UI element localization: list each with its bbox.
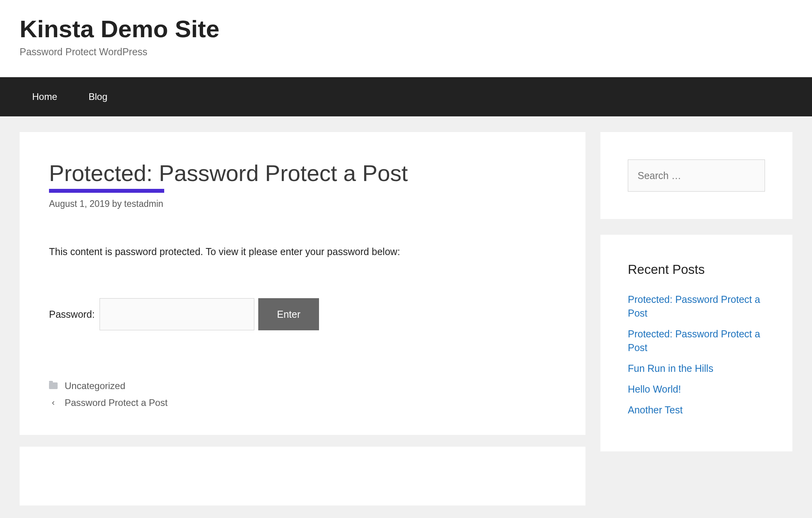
primary-nav: Home Blog bbox=[0, 77, 812, 116]
post-article: Protected: Password Protect a Post Augus… bbox=[20, 132, 585, 435]
recent-posts-widget: Recent Posts Protected: Password Protect… bbox=[600, 235, 792, 451]
site-header: Kinsta Demo Site Password Protect WordPr… bbox=[0, 0, 812, 77]
post-body: This content is password protected. To v… bbox=[49, 245, 556, 331]
post-title: Protected: Password Protect a Post bbox=[49, 159, 556, 187]
post-nav-row: ‹ Password Protect a Post bbox=[49, 394, 556, 411]
site-tagline: Password Protect WordPress bbox=[20, 46, 792, 58]
recent-post-item: Hello World! bbox=[628, 382, 765, 396]
nav-item-home[interactable]: Home bbox=[24, 77, 73, 116]
recent-post-item: Another Test bbox=[628, 403, 765, 417]
password-input[interactable] bbox=[100, 298, 254, 330]
chevron-left-icon: ‹ bbox=[49, 395, 58, 411]
recent-post-item: Fun Run in the Hills bbox=[628, 362, 765, 375]
password-label: Password: bbox=[49, 309, 95, 320]
post-date: August 1, 2019 bbox=[49, 199, 110, 209]
by-text: by bbox=[110, 199, 124, 209]
recent-post-link[interactable]: Another Test bbox=[628, 404, 683, 415]
post-author: testadmin bbox=[124, 199, 163, 209]
recent-post-link[interactable]: Fun Run in the Hills bbox=[628, 363, 713, 374]
recent-post-link[interactable]: Protected: Password Protect a Post bbox=[628, 294, 760, 319]
search-input[interactable] bbox=[628, 159, 765, 192]
recent-post-link[interactable]: Protected: Password Protect a Post bbox=[628, 328, 760, 353]
site-title[interactable]: Kinsta Demo Site bbox=[20, 16, 792, 42]
recent-post-item: Protected: Password Protect a Post bbox=[628, 293, 765, 320]
protected-message: This content is password protected. To v… bbox=[49, 245, 556, 259]
recent-posts-list: Protected: Password Protect a Post Prote… bbox=[628, 293, 765, 417]
nav-item-blog[interactable]: Blog bbox=[73, 77, 123, 116]
post-title-rest: Password Protect a Post bbox=[152, 160, 408, 186]
folder-icon bbox=[49, 382, 58, 389]
category-row: Uncategorized bbox=[49, 377, 556, 394]
prev-post-link[interactable]: Password Protect a Post bbox=[65, 394, 168, 411]
recent-post-link[interactable]: Hello World! bbox=[628, 384, 681, 395]
main-content: Protected: Password Protect a Post Augus… bbox=[20, 132, 585, 505]
password-form: Password: Enter bbox=[49, 298, 556, 330]
post-footer: Uncategorized ‹ Password Protect a Post bbox=[49, 377, 556, 411]
empty-card bbox=[20, 447, 585, 505]
site-container: Protected: Password Protect a Post Augus… bbox=[0, 116, 812, 518]
search-widget bbox=[600, 132, 792, 219]
post-meta: August 1, 2019 by testadmin bbox=[49, 199, 556, 209]
submit-button[interactable]: Enter bbox=[258, 298, 319, 330]
sidebar: Recent Posts Protected: Password Protect… bbox=[600, 132, 792, 467]
category-link[interactable]: Uncategorized bbox=[65, 377, 125, 394]
post-title-prefix: Protected: bbox=[49, 160, 152, 186]
recent-post-item: Protected: Password Protect a Post bbox=[628, 327, 765, 355]
recent-posts-title: Recent Posts bbox=[628, 262, 765, 277]
